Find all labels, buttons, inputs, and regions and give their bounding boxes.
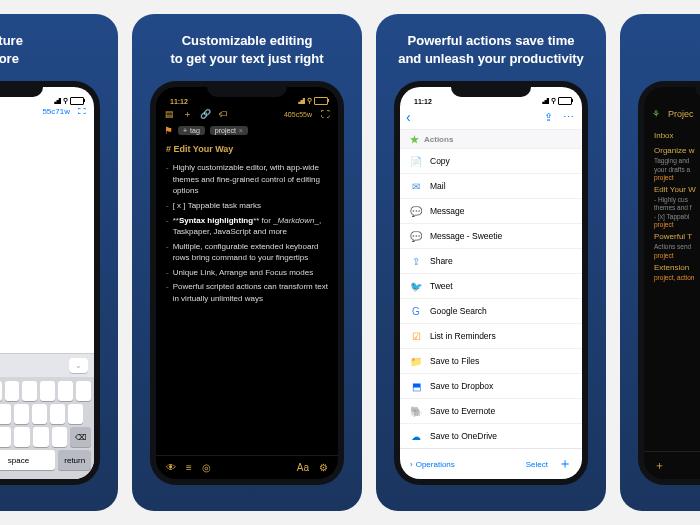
action-label: Message	[430, 206, 465, 216]
project-label[interactable]: Projec	[668, 109, 694, 119]
draft-tree: InboxOrganize wTagging and your drafts a…	[644, 123, 700, 285]
action-icon: 🐦	[410, 280, 422, 292]
tagline-3: Powerful actions save time and unleash y…	[388, 32, 594, 81]
drafts-icon[interactable]: ▤	[164, 109, 174, 119]
tree-icon[interactable]: ⚘	[652, 109, 660, 119]
tag-row: ⚑ + tag project ×	[156, 125, 338, 141]
add-button[interactable]: ＋	[654, 458, 665, 473]
action-label: Save to Evernote	[430, 406, 495, 416]
tag-chip[interactable]: + tag	[178, 126, 205, 135]
action-label: Message - Sweetie	[430, 231, 502, 241]
back-button[interactable]: ‹	[406, 109, 411, 125]
space-key[interactable]: space	[0, 450, 55, 470]
editor-bottom-bar: 👁 ≡ ◎ Aa ⚙	[156, 455, 338, 479]
editor-line: -Powerful scripted actions can transform…	[166, 281, 328, 304]
action-item[interactable]: ⇪Share	[400, 249, 582, 274]
tree-group-title[interactable]: Extension	[654, 259, 700, 274]
action-label: Save to Dropbox	[430, 381, 493, 391]
action-label: Copy	[430, 156, 450, 166]
tagline-2: Customizable editing to get your text ju…	[160, 32, 333, 81]
add-action-button[interactable]: ＋	[558, 455, 572, 473]
return-key[interactable]: return	[58, 450, 91, 470]
tree-group-title[interactable]: Inbox	[654, 127, 700, 142]
screenshot-panel-3: Powerful actions save time and unleash y…	[376, 14, 606, 511]
tree-group-title[interactable]: Powerful T	[654, 228, 700, 243]
dismiss-keyboard-icon[interactable]: ⌄	[69, 358, 88, 373]
actions-list: 📄Copy✉︎Mail💬Message💬Message - Sweetie⇪Sh…	[400, 149, 582, 448]
action-icon: 📄	[410, 155, 422, 167]
action-item[interactable]: ⬒Save to Dropbox	[400, 374, 582, 399]
tree-item-tag: project	[654, 174, 700, 181]
editor-line: -Highly customizable editor, with app-wi…	[166, 162, 328, 197]
editor-body[interactable]: # Edit Your Way -Highly customizable edi…	[156, 141, 338, 314]
editor-line: -Unique Link, Arrange and Focus modes	[166, 267, 328, 279]
screenshot-panel-1: apture more ⚲ 55c71w ⛶ text. r on Apple …	[0, 14, 118, 511]
editor-line: -**Syntax highlighting** for _Markdown_,…	[166, 215, 328, 238]
action-icon: ⇪	[410, 255, 422, 267]
action-icon: ✉︎	[410, 180, 422, 192]
editor-toolbar: ▤ ＋ 🔗 🏷 405c55w ⛶	[156, 105, 338, 125]
screenshot-panel-4: Tagging keep ev ⚘ Projec InboxOrganize w…	[620, 14, 700, 511]
expand-icon[interactable]: ⛶	[78, 107, 86, 116]
action-item[interactable]: 💬Message - Sweetie	[400, 224, 582, 249]
action-label: Share	[430, 256, 453, 266]
action-label: Save to OneDrive	[430, 431, 497, 441]
doc-code: 55c71w	[42, 107, 70, 116]
action-label: Save to Files	[430, 356, 479, 366]
tree-item-tag: project	[654, 252, 700, 259]
action-item[interactable]: 💬Message	[400, 199, 582, 224]
more-icon[interactable]: ⋯	[563, 111, 574, 124]
screenshot-panel-2: Customizable editing to get your text ju…	[132, 14, 362, 511]
link-icon[interactable]: 🔗	[200, 109, 210, 119]
action-item[interactable]: 📁Save to Files	[400, 349, 582, 374]
tree-item-tag: project	[654, 221, 700, 228]
tree-item-snippet: Tagging and your drafts a	[654, 157, 700, 174]
heading: # Edit Your Way	[166, 143, 328, 156]
action-item[interactable]: 📄Copy	[400, 149, 582, 174]
tag-icon[interactable]: 🏷	[218, 109, 228, 119]
focus-icon[interactable]: ◎	[202, 462, 211, 473]
status-bar	[644, 87, 700, 105]
settings-icon[interactable]: ⚙	[319, 462, 328, 473]
phone-frame: 11:12 ⚲ ▤ ＋ 🔗 🏷 405c55w ⛶ ⚑ + tag projec…	[150, 81, 344, 485]
editor-line: -[ x ] Tappable task marks	[166, 200, 328, 212]
tree-group-title[interactable]: Organize w	[654, 142, 700, 157]
action-icon: ☑︎	[410, 330, 422, 342]
phone-frame: 11:12 ⚲ ‹ ⇪ ⋯ ★ Actions 📄Copy✉︎Mail💬Mess…	[394, 81, 588, 485]
arrange-icon[interactable]: ≡	[186, 462, 192, 473]
action-item[interactable]: GGoogle Search	[400, 299, 582, 324]
operations-button[interactable]: › Operations	[410, 460, 455, 469]
star-icon: ★	[410, 134, 419, 145]
appearance-button[interactable]: Aa	[297, 462, 309, 473]
library-nav: ⚘ Projec	[644, 105, 700, 123]
section-header: ★ Actions	[400, 129, 582, 149]
share-icon[interactable]: ⇪	[544, 111, 553, 124]
expand-icon[interactable]: ⛶	[320, 109, 330, 119]
keyboard-accessory: ‹ › Quo ⌄	[0, 353, 94, 377]
doc-code: 405c55w	[284, 111, 312, 118]
action-item[interactable]: ☑︎List in Reminders	[400, 324, 582, 349]
library-bottom-bar: ＋ ⚗ ⇅	[644, 451, 700, 479]
action-label: Google Search	[430, 306, 487, 316]
editor-line: -Multiple, configurable extended keyboar…	[166, 241, 328, 264]
action-bottom-bar: › Operations Select ＋	[400, 448, 582, 479]
select-button[interactable]: Select	[526, 460, 548, 469]
editor-body[interactable]: text. r on Apple to grab ud Drive, nd mo…	[0, 118, 94, 220]
action-item[interactable]: ☁︎Save to OneDrive	[400, 424, 582, 448]
action-item[interactable]: 🐦Tweet	[400, 274, 582, 299]
tagline-1: apture more	[0, 32, 33, 81]
action-item[interactable]: 🐘Save to Evernote	[400, 399, 582, 424]
action-icon: 📁	[410, 355, 422, 367]
preview-icon[interactable]: 👁	[166, 462, 176, 473]
tree-item-tag: project, action	[654, 274, 700, 281]
action-label: Tweet	[430, 281, 453, 291]
action-item[interactable]: ✉︎Mail	[400, 174, 582, 199]
nav-bar: ‹ ⇪ ⋯	[400, 105, 582, 129]
new-draft-icon[interactable]: ＋	[182, 109, 192, 119]
keyboard[interactable]: ⇧⌫ 123 🌐 🎤 space return	[0, 377, 94, 479]
tree-item-snippet: Actions send	[654, 243, 700, 251]
tree-group-title[interactable]: Edit Your W	[654, 181, 700, 196]
tag-chip[interactable]: project ×	[210, 126, 248, 135]
flag-icon[interactable]: ⚑	[164, 125, 173, 136]
action-icon: 🐘	[410, 405, 422, 417]
